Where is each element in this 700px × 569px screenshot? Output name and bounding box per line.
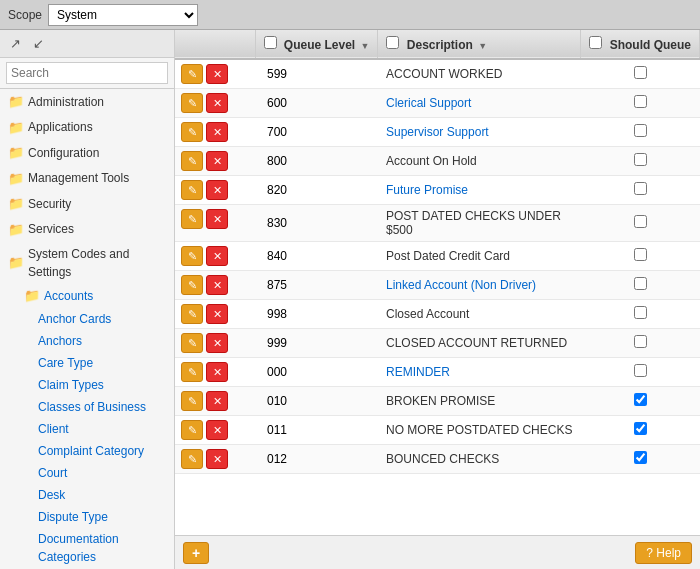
nav-label: Anchors <box>38 332 82 350</box>
sidebar-item-configuration[interactable]: 📁 Configuration <box>0 140 174 166</box>
sidebar-item-management-tools[interactable]: 📁 Management Tools <box>0 166 174 192</box>
sidebar-item-classes-of-business[interactable]: Classes of Business <box>30 396 174 418</box>
sidebar-item-client[interactable]: Client <box>30 418 174 440</box>
should-queue-checkbox[interactable] <box>634 335 647 348</box>
sidebar-sub-nav: 📁 Accounts Anchor Cards Anchors Care Typ… <box>0 284 174 569</box>
add-button[interactable]: + <box>183 542 209 564</box>
edit-button[interactable]: ✎ <box>181 391 203 411</box>
desc-sort-checkbox[interactable] <box>386 36 399 49</box>
actions-cell: ✎ ✕ <box>175 242 255 270</box>
delete-button[interactable]: ✕ <box>206 122 228 142</box>
edit-button[interactable]: ✎ <box>181 275 203 295</box>
should-queue-checkbox[interactable] <box>634 95 647 108</box>
description-cell: Clerical Support <box>378 89 581 118</box>
col-header-queue-level[interactable]: Queue Level ▼ <box>255 30 378 59</box>
should-queue-checkbox[interactable] <box>634 364 647 377</box>
edit-button[interactable]: ✎ <box>181 304 203 324</box>
sidebar-item-administration[interactable]: 📁 Administration <box>0 89 174 115</box>
queue-level-cell: 012 <box>255 445 378 474</box>
sidebar-item-desk[interactable]: Desk <box>30 484 174 506</box>
edit-button[interactable]: ✎ <box>181 420 203 440</box>
should-queue-checkbox[interactable] <box>634 422 647 435</box>
should-queue-checkbox[interactable] <box>634 277 647 290</box>
delete-button[interactable]: ✕ <box>206 304 228 324</box>
edit-button[interactable]: ✎ <box>181 333 203 353</box>
delete-button[interactable]: ✕ <box>206 420 228 440</box>
should-queue-checkbox[interactable] <box>634 66 647 79</box>
edit-button[interactable]: ✎ <box>181 449 203 469</box>
actions-cell: ✎ ✕ <box>175 416 255 444</box>
queue-level-sort-checkbox[interactable] <box>264 36 277 49</box>
should-queue-checkbox[interactable] <box>634 393 647 406</box>
should-queue-checkbox[interactable] <box>634 215 647 228</box>
actions-cell: ✎ ✕ <box>175 329 255 357</box>
edit-button[interactable]: ✎ <box>181 209 203 229</box>
should-queue-cell <box>581 59 700 89</box>
description-cell: BOUNCED CHECKS <box>378 445 581 474</box>
col-header-should-queue[interactable]: Should Queue <box>581 30 700 59</box>
should-queue-checkbox[interactable] <box>634 451 647 464</box>
table-scroll[interactable]: Queue Level ▼ Description ▼ Should Queue <box>175 30 700 535</box>
collapse-button[interactable]: ↙ <box>29 34 48 53</box>
sidebar-item-complaint-category[interactable]: Complaint Category <box>30 440 174 462</box>
delete-button[interactable]: ✕ <box>206 449 228 469</box>
sidebar-item-accounts[interactable]: 📁 Accounts <box>16 284 174 308</box>
sidebar-item-claim-types[interactable]: Claim Types <box>30 374 174 396</box>
queue-level-cell: 800 <box>255 147 378 176</box>
search-input[interactable] <box>6 62 168 84</box>
description-cell: Linked Account (Non Driver) <box>378 271 581 300</box>
sidebar-item-anchor-cards[interactable]: Anchor Cards <box>30 308 174 330</box>
nav-label: Desk <box>38 486 65 504</box>
description-cell: ACCOUNT WORKED <box>378 59 581 89</box>
description-cell: POST DATED CHECKS UNDER $500 <box>378 205 581 242</box>
edit-button[interactable]: ✎ <box>181 362 203 382</box>
should-queue-cell <box>581 300 700 329</box>
delete-button[interactable]: ✕ <box>206 93 228 113</box>
delete-button[interactable]: ✕ <box>206 209 228 229</box>
edit-button[interactable]: ✎ <box>181 122 203 142</box>
should-queue-checkbox[interactable] <box>634 306 647 319</box>
sidebar-item-court[interactable]: Court <box>30 462 174 484</box>
sidebar-item-security[interactable]: 📁 Security <box>0 191 174 217</box>
delete-button[interactable]: ✕ <box>206 275 228 295</box>
delete-button[interactable]: ✕ <box>206 362 228 382</box>
top-bar: Scope System <box>0 0 700 30</box>
edit-button[interactable]: ✎ <box>181 93 203 113</box>
scope-select[interactable]: System <box>48 4 198 26</box>
nav-label: Client <box>38 420 69 438</box>
delete-button[interactable]: ✕ <box>206 246 228 266</box>
sidebar-item-applications[interactable]: 📁 Applications <box>0 115 174 141</box>
queue-level-cell: 600 <box>255 89 378 118</box>
queue-level-cell: 000 <box>255 358 378 387</box>
sidebar-item-anchors[interactable]: Anchors <box>30 330 174 352</box>
should-queue-cell <box>581 445 700 474</box>
delete-button[interactable]: ✕ <box>206 333 228 353</box>
edit-button[interactable]: ✎ <box>181 180 203 200</box>
edit-button[interactable]: ✎ <box>181 246 203 266</box>
table-row: ✎ ✕ 012BOUNCED CHECKS <box>175 445 700 474</box>
sidebar-item-system-codes[interactable]: 📁 System Codes and Settings <box>0 242 174 284</box>
delete-button[interactable]: ✕ <box>206 180 228 200</box>
table-row: ✎ ✕ 600Clerical Support <box>175 89 700 118</box>
should-queue-checkbox[interactable] <box>634 153 647 166</box>
delete-button[interactable]: ✕ <box>206 151 228 171</box>
should-queue-checkbox[interactable] <box>634 182 647 195</box>
col-header-description[interactable]: Description ▼ <box>378 30 581 59</box>
sidebar-item-services[interactable]: 📁 Services <box>0 217 174 243</box>
edit-button[interactable]: ✎ <box>181 64 203 84</box>
edit-button[interactable]: ✎ <box>181 151 203 171</box>
help-button[interactable]: ? Help <box>635 542 692 564</box>
sidebar-item-care-type[interactable]: Care Type <box>30 352 174 374</box>
expand-button[interactable]: ↗ <box>6 34 25 53</box>
actions-cell: ✎ ✕ <box>175 387 255 415</box>
folder-icon: 📁 <box>8 118 24 138</box>
delete-button[interactable]: ✕ <box>206 64 228 84</box>
delete-button[interactable]: ✕ <box>206 391 228 411</box>
actions-cell: ✎ ✕ <box>175 89 255 117</box>
sidebar-item-dispute-type[interactable]: Dispute Type <box>30 506 174 528</box>
should-queue-checkbox[interactable] <box>634 124 647 137</box>
sidebar-item-documentation-categories[interactable]: Documentation Categories <box>30 528 174 568</box>
should-queue-sort-checkbox[interactable] <box>589 36 602 49</box>
actions-cell: ✎ ✕ <box>175 60 255 88</box>
should-queue-checkbox[interactable] <box>634 248 647 261</box>
